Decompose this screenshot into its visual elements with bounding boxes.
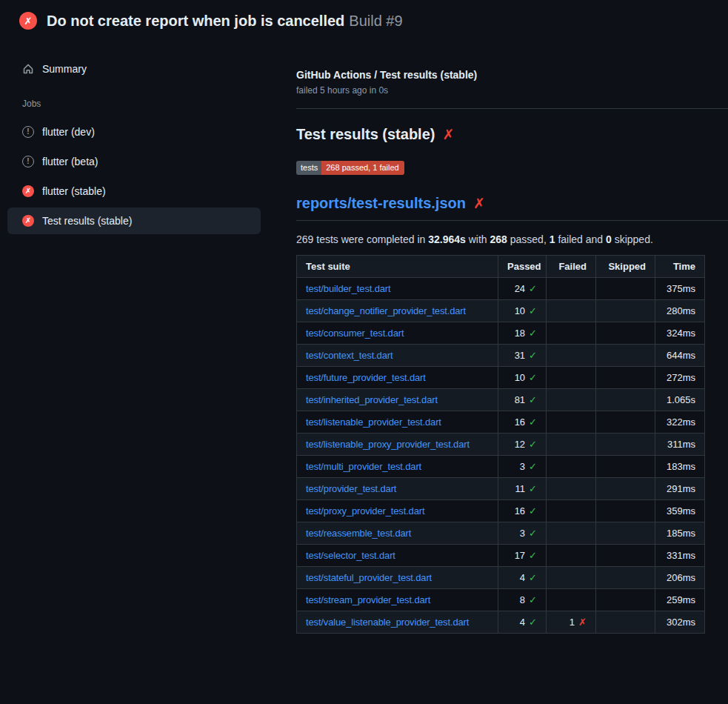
check-icon: ✓ (529, 305, 537, 316)
summary-label: Summary (42, 63, 87, 75)
table-row: test/context_test.dart 31✓ 644ms (297, 345, 705, 367)
page-header: ✗ Do not create report when job is cance… (0, 0, 728, 41)
summary-text-part: 268 (490, 233, 507, 245)
time-value: 331ms (655, 545, 705, 567)
tests-badge: tests 268 passed, 1 failed (296, 161, 404, 175)
test-suite-link[interactable]: test/consumer_test.dart (306, 328, 404, 339)
time-value: 644ms (655, 345, 705, 367)
time-value: 291ms (655, 478, 705, 500)
col-header-passed: Passed (498, 256, 547, 278)
passed-count: 3 (520, 528, 525, 539)
test-suite-link[interactable]: test/stateful_provider_test.dart (306, 572, 432, 583)
test-suite-link[interactable]: test/reassemble_test.dart (306, 528, 411, 539)
divider (296, 108, 728, 109)
failed-count: 1 (570, 617, 575, 628)
table-row: test/proxy_provider_test.dart 16✓ 359ms (297, 500, 705, 522)
passed-count: 12 (515, 439, 525, 450)
test-suite-link[interactable]: test/listenable_proxy_provider_test.dart (306, 439, 470, 450)
test-suite-link[interactable]: test/selector_test.dart (306, 550, 395, 561)
main-content: GitHub Actions / Test results (stable) f… (273, 41, 728, 634)
time-value: 324ms (655, 322, 705, 345)
check-icon: ✓ (529, 439, 537, 450)
table-row: test/builder_test.dart 24✓ 375ms (297, 278, 705, 300)
sidebar-job-item[interactable]: ✗ Test results (stable) (7, 207, 261, 234)
table-row: test/stream_provider_test.dart 8✓ 259ms (297, 589, 705, 611)
passed-count: 31 (515, 350, 525, 361)
check-icon: ✓ (529, 394, 537, 405)
sidebar-job-label: flutter (stable) (42, 185, 106, 197)
passed-count: 16 (515, 416, 525, 428)
sidebar-job-item[interactable]: ! flutter (dev) (7, 119, 261, 145)
summary-text-part: 32.964s (428, 233, 466, 245)
table-row: test/selector_test.dart 17✓ 331ms (297, 545, 705, 567)
run-title-text: Do not create report when job is cancell… (47, 13, 344, 29)
test-suite-link[interactable]: test/proxy_provider_test.dart (306, 505, 424, 517)
passed-count: 8 (520, 594, 525, 605)
status-line: failed 5 hours ago in 0s (296, 85, 728, 96)
time-value: 185ms (655, 522, 705, 545)
check-icon: ✓ (529, 328, 537, 339)
layout: Summary Jobs ! flutter (dev) ! flutter (… (0, 41, 728, 634)
test-suite-link[interactable]: test/builder_test.dart (306, 283, 391, 294)
time-value: 259ms (655, 589, 705, 611)
x-circle-fill-icon: ✗ (19, 12, 37, 30)
test-suite-link[interactable]: test/stream_provider_test.dart (306, 594, 430, 605)
test-suite-link[interactable]: test/inherited_provider_test.dart (306, 394, 438, 405)
check-icon: ✓ (529, 550, 537, 561)
sidebar-job-label: flutter (beta) (42, 156, 98, 167)
table-row: test/change_notifier_provider_test.dart … (297, 300, 705, 322)
jobs-heading: Jobs (22, 99, 261, 109)
col-header-suite: Test suite (297, 256, 498, 278)
sidebar-job-label: Test results (stable) (42, 215, 132, 227)
badge-label: tests (296, 161, 321, 175)
section-title: Test results (stable) ✗ (296, 126, 728, 143)
summary-text-part: 269 tests were completed in (296, 233, 428, 245)
check-icon: ✓ (529, 283, 537, 294)
time-value: 1.065s (655, 389, 705, 411)
table-row: test/provider_test.dart 11✓ 291ms (297, 478, 705, 500)
table-row: test/value_listenable_provider_test.dart… (297, 611, 705, 634)
table-row: test/consumer_test.dart 18✓ 324ms (297, 322, 705, 345)
x-circle-icon: ✗ (22, 185, 34, 197)
test-suite-link[interactable]: test/provider_test.dart (306, 483, 396, 494)
page-title: Do not create report when job is cancell… (47, 13, 403, 30)
col-header-failed: Failed (547, 256, 596, 278)
sidebar-item-summary[interactable]: Summary (7, 56, 261, 82)
report-link[interactable]: reports/test-results.json (296, 195, 466, 212)
passed-count: 3 (520, 461, 525, 472)
time-value: 322ms (655, 411, 705, 434)
passed-count: 17 (515, 550, 525, 561)
results-table-body: test/builder_test.dart 24✓ 375ms test/ch… (297, 278, 705, 634)
test-suite-link[interactable]: test/future_provider_test.dart (306, 372, 426, 383)
results-table: Test suite Passed Failed Skipped Time te… (296, 255, 705, 634)
sidebar-job-item[interactable]: ✗ flutter (stable) (7, 178, 261, 205)
passed-count: 10 (515, 372, 525, 383)
passed-count: 16 (515, 505, 525, 517)
alert-circle-icon: ! (22, 126, 34, 138)
time-value: 280ms (655, 300, 705, 322)
sidebar-job-item[interactable]: ! flutter (beta) (7, 148, 261, 175)
x-circle-icon: ✗ (22, 215, 34, 227)
check-icon: ✓ (529, 483, 537, 494)
time-value: 206ms (655, 567, 705, 589)
test-suite-link[interactable]: test/context_test.dart (306, 350, 393, 361)
passed-count: 4 (520, 572, 525, 583)
test-suite-link[interactable]: test/value_listenable_provider_test.dart (306, 617, 469, 628)
check-icon: ✓ (529, 594, 537, 605)
test-suite-link[interactable]: test/multi_provider_test.dart (306, 461, 421, 472)
check-icon: ✓ (529, 572, 537, 583)
check-icon: ✓ (529, 528, 537, 539)
summary-text-part: with (466, 233, 490, 245)
test-suite-link[interactable]: test/change_notifier_provider_test.dart (306, 305, 466, 316)
test-suite-link[interactable]: test/listenable_provider_test.dart (306, 416, 441, 428)
passed-count: 24 (515, 283, 525, 294)
table-row: test/stateful_provider_test.dart 4✓ 206m… (297, 567, 705, 589)
table-row: test/listenable_provider_test.dart 16✓ 3… (297, 411, 705, 434)
summary-text-part: 0 (606, 233, 612, 245)
jobs-list: ! flutter (dev) ! flutter (beta) ✗ flutt… (7, 119, 261, 234)
home-icon (22, 63, 34, 75)
summary-text-part: passed, (507, 233, 550, 245)
build-number: Build #9 (349, 13, 402, 29)
check-icon: ✓ (529, 416, 537, 428)
passed-count: 11 (515, 483, 526, 494)
